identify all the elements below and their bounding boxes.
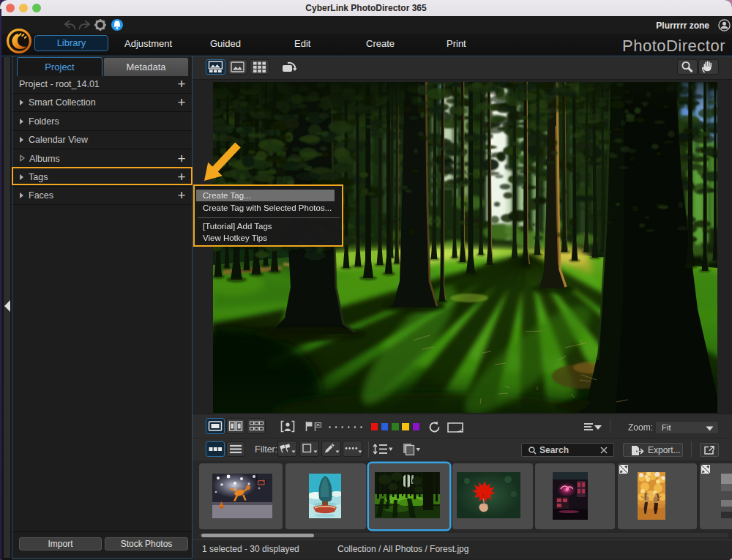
svg-text:A: A [458,426,463,433]
